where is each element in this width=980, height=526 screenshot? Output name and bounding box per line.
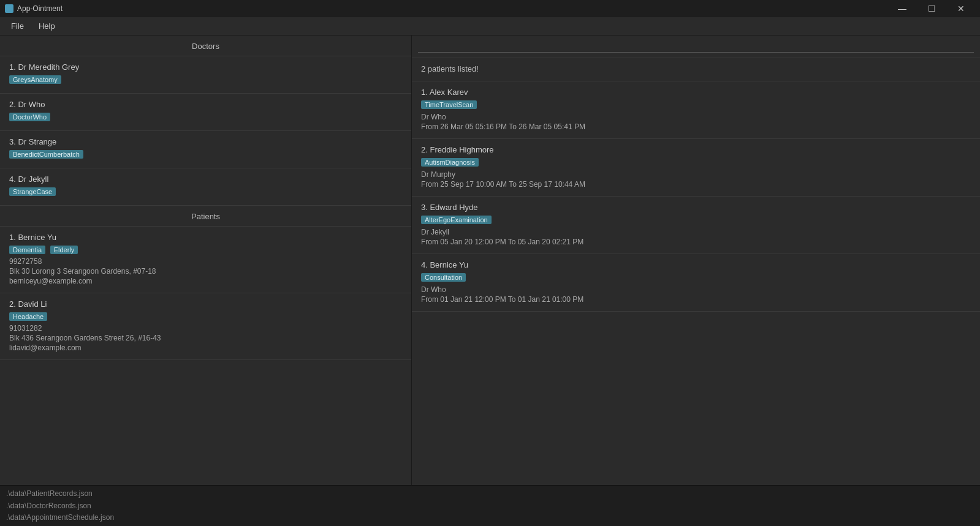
patient-2-tag-headache: Headache — [9, 312, 47, 321]
main-layout: Doctors 1. Dr Meredith Grey GreysAnatomy… — [0, 36, 980, 485]
menu-help[interactable]: Help — [32, 19, 61, 33]
patient-item-1[interactable]: 1. Bernice Yu Dementia Elderly 99272758 … — [0, 227, 411, 293]
patient-1-phone: 99272758 — [9, 257, 402, 266]
doctor-2-tag: DoctorWho — [9, 113, 50, 121]
doctor-4-tag: StrangeCase — [9, 187, 56, 196]
appt-3-doctor: Dr Jekyll — [421, 228, 971, 236]
doctor-2-name: 2. Dr Who — [9, 100, 402, 109]
doctor-item-3[interactable]: 3. Dr Strange BenedictCumberbatch — [0, 131, 411, 168]
left-panel: Doctors 1. Dr Meredith Grey GreysAnatomy… — [0, 36, 412, 485]
appt-3-name: 3. Edward Hyde — [421, 203, 971, 212]
appt-2-name: 2. Freddie Highmore — [421, 145, 971, 154]
patient-1-email: berniceyu@example.com — [9, 277, 402, 285]
appointment-item-4[interactable]: 4. Bernice Yu Consultation Dr Who From 0… — [412, 254, 980, 312]
patient-1-address: Blk 30 Lorong 3 Serangoon Gardens, #07-1… — [9, 267, 402, 276]
doctor-item-4[interactable]: 4. Dr Jekyll StrangeCase — [0, 168, 411, 206]
patient-item-2[interactable]: 2. David Li Headache 91031282 Blk 436 Se… — [0, 293, 411, 360]
doctor-1-name: 1. Dr Meredith Grey — [9, 62, 402, 72]
appointment-item-1[interactable]: 1. Alex Karev TimeTravelScan Dr Who From… — [412, 81, 980, 139]
status-bar: .\data\PatientRecords.json .\data\Doctor… — [0, 485, 980, 526]
appt-2-time: From 25 Sep 17 10:00 AM To 25 Sep 17 10:… — [421, 180, 971, 189]
menu-file[interactable]: File — [5, 19, 30, 33]
doctor-item-2[interactable]: 2. Dr Who DoctorWho — [0, 94, 411, 131]
appt-3-tag: AlterEgoExamination — [421, 216, 492, 224]
title-bar-left: App-Ointment — [5, 4, 63, 13]
patient-1-name: 1. Bernice Yu — [9, 233, 402, 242]
patient-2-phone: 91031282 — [9, 324, 402, 333]
appt-1-tag: TimeTravelScan — [421, 100, 477, 109]
status-line-3: .\data\AppointmentSchedule.json — [6, 512, 974, 524]
patient-2-email: lidavid@example.com — [9, 344, 402, 352]
close-button[interactable]: ✕ — [947, 0, 975, 17]
appt-3-time: From 05 Jan 20 12:00 PM To 05 Jan 20 02:… — [421, 238, 971, 246]
appt-1-time: From 26 Mar 05 05:16 PM To 26 Mar 05 05:… — [421, 122, 971, 131]
search-input[interactable] — [418, 40, 974, 53]
status-line-1: .\data\PatientRecords.json — [6, 488, 974, 500]
patient-2-name: 2. David Li — [9, 299, 402, 309]
right-panel: 2 patients listed! 1. Alex Karev TimeTra… — [412, 36, 980, 485]
appointment-item-3[interactable]: 3. Edward Hyde AlterEgoExamination Dr Je… — [412, 197, 980, 254]
app-title: App-Ointment — [17, 4, 63, 13]
doctor-3-tag: BenedictCumberbatch — [9, 150, 83, 159]
patient-2-address: Blk 436 Serangoon Gardens Street 26, #16… — [9, 334, 402, 342]
appt-4-tag: Consultation — [421, 273, 466, 282]
doctor-1-tag: GreysAnatomy — [9, 75, 61, 84]
doctor-3-name: 3. Dr Strange — [9, 137, 402, 146]
maximize-button[interactable]: ☐ — [917, 0, 946, 17]
appt-1-name: 1. Alex Karev — [421, 88, 971, 97]
doctors-header: Doctors — [0, 36, 411, 56]
appt-4-time: From 01 Jan 21 12:00 PM To 01 Jan 21 01:… — [421, 295, 971, 304]
status-line-2: .\data\DoctorRecords.json — [6, 500, 974, 512]
appt-2-doctor: Dr Murphy — [421, 170, 971, 179]
appt-1-doctor: Dr Who — [421, 113, 971, 121]
doctor-4-name: 4. Dr Jekyll — [9, 175, 402, 184]
search-container — [412, 36, 980, 58]
menu-bar: File Help — [0, 17, 980, 36]
patients-header: Patients — [0, 206, 411, 227]
patient-1-tag-elderly: Elderly — [50, 246, 78, 254]
minimize-button[interactable]: — — [888, 0, 916, 17]
patients-listed-label: 2 patients listed! — [412, 58, 980, 81]
doctor-item-1[interactable]: 1. Dr Meredith Grey GreysAnatomy — [0, 56, 411, 94]
appt-4-doctor: Dr Who — [421, 285, 971, 294]
appt-4-name: 4. Bernice Yu — [421, 260, 971, 269]
appointment-item-2[interactable]: 2. Freddie Highmore AutismDiagnosis Dr M… — [412, 139, 980, 197]
appt-2-tag: AutismDiagnosis — [421, 158, 479, 167]
app-icon — [5, 4, 13, 13]
title-bar-controls: — ☐ ✕ — [888, 0, 975, 17]
patient-1-tag-dementia: Dementia — [9, 246, 45, 254]
title-bar: App-Ointment — ☐ ✕ — [0, 0, 980, 17]
